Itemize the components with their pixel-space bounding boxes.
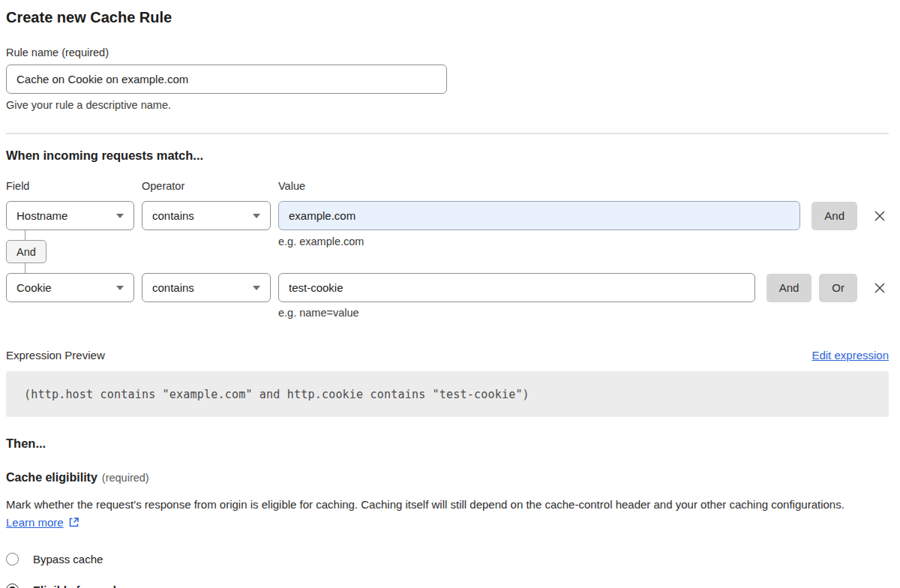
edit-expression-link[interactable]: Edit expression: [812, 349, 889, 362]
operator-column-label: Operator: [142, 180, 271, 192]
operator-select-value: contains: [152, 281, 194, 294]
condition-column-headers: Field Operator Value: [6, 180, 889, 192]
section-divider: [6, 133, 889, 134]
condition-row: Cookie contains And Or: [6, 273, 889, 302]
chevron-down-icon: [253, 286, 260, 290]
field-select[interactable]: Cookie: [6, 273, 134, 302]
value-hint-strip: e.g. name=value: [6, 302, 889, 319]
condition-row: Hostname contains And: [6, 201, 889, 230]
chevron-down-icon: [253, 214, 260, 218]
value-input[interactable]: [278, 273, 755, 302]
radio-unselected-icon[interactable]: [6, 553, 19, 566]
radio-selected-icon[interactable]: [6, 584, 19, 588]
expression-preview-header: Expression Preview Edit expression: [6, 349, 889, 362]
field-select-value: Hostname: [16, 209, 68, 222]
operator-select-value: contains: [152, 209, 194, 222]
chevron-down-icon: [116, 214, 124, 218]
rule-name-help-text: Give your rule a descriptive name.: [6, 99, 883, 111]
page-title: Create new Cache Rule: [6, 9, 883, 26]
value-hint: e.g. name=value: [278, 307, 359, 319]
rule-name-label: Rule name (required): [6, 46, 883, 58]
then-section-heading: Then...: [6, 436, 883, 451]
value-column-label: Value: [278, 180, 889, 192]
rule-name-input[interactable]: [6, 64, 447, 94]
radio-option-bypass-cache[interactable]: Bypass cache: [6, 553, 883, 566]
description-text: Mark whether the request’s response from…: [6, 498, 844, 511]
close-icon: [872, 208, 887, 224]
radio-label: Bypass cache: [33, 553, 103, 566]
required-badge: (required): [102, 472, 149, 484]
close-icon: [872, 280, 887, 296]
radio-label: Eligible for cache: [33, 584, 126, 588]
match-section-heading: When incoming requests match...: [6, 148, 883, 163]
add-and-condition-button[interactable]: And: [812, 202, 857, 230]
add-or-condition-button[interactable]: Or: [819, 274, 857, 302]
chevron-down-icon: [116, 286, 124, 290]
operator-select[interactable]: contains: [142, 201, 271, 230]
expression-preview-label: Expression Preview: [6, 349, 105, 362]
external-link-icon: [68, 517, 80, 528]
remove-condition-button[interactable]: [871, 279, 889, 297]
condition-connector-strip: And e.g. example.com: [6, 230, 889, 273]
operator-select[interactable]: contains: [142, 273, 271, 302]
remove-condition-button[interactable]: [871, 207, 889, 225]
cache-eligibility-description: Mark whether the request’s response from…: [6, 496, 876, 532]
expression-preview-code: (http.host contains "example.com" and ht…: [6, 371, 889, 417]
value-hint: e.g. example.com: [278, 236, 364, 248]
cache-eligibility-label: Cache eligibility: [6, 471, 98, 484]
field-select[interactable]: Hostname: [6, 201, 134, 230]
field-select-value: Cookie: [16, 281, 52, 294]
connector-and-button[interactable]: And: [6, 240, 46, 263]
cache-eligibility-heading: Cache eligibility(required): [6, 471, 883, 484]
add-and-condition-button[interactable]: And: [766, 274, 812, 302]
learn-more-link[interactable]: Learn more: [6, 516, 64, 529]
field-column-label: Field: [6, 180, 134, 192]
create-cache-rule-form: Create new Cache Rule Rule name (require…: [0, 0, 894, 588]
value-input[interactable]: [278, 201, 800, 230]
radio-option-eligible-for-cache[interactable]: Eligible for cache: [6, 584, 883, 588]
